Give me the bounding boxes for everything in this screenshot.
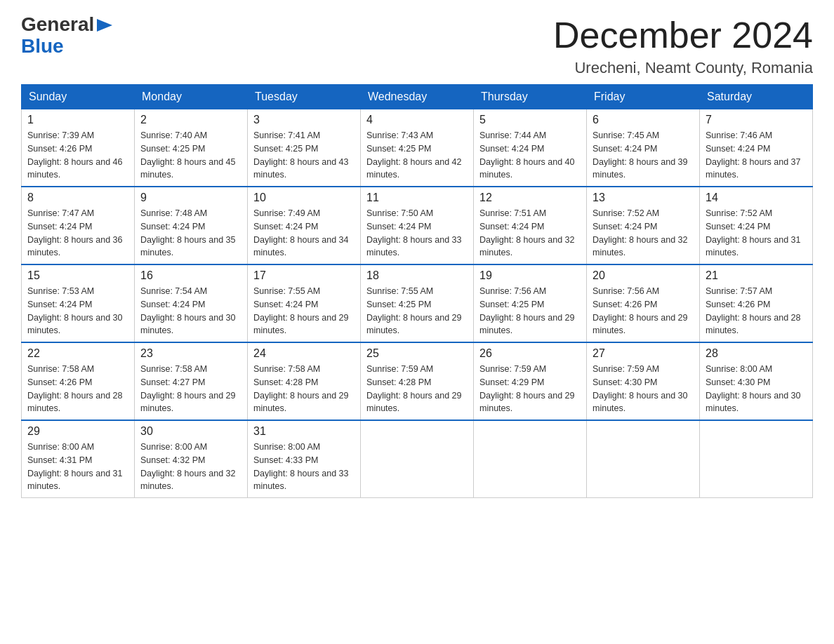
calendar-week-row: 29 Sunrise: 8:00 AMSunset: 4:31 PMDaylig… xyxy=(22,420,813,498)
calendar-week-row: 1 Sunrise: 7:39 AMSunset: 4:26 PMDayligh… xyxy=(22,109,813,187)
calendar-week-row: 8 Sunrise: 7:47 AMSunset: 4:24 PMDayligh… xyxy=(22,187,813,264)
logo-triangle-icon xyxy=(97,19,112,32)
day-number: 27 xyxy=(593,347,694,360)
weekday-header-row: SundayMondayTuesdayWednesdayThursdayFrid… xyxy=(22,85,813,109)
day-info: Sunrise: 7:59 AMSunset: 4:30 PMDaylight:… xyxy=(593,363,694,415)
calendar-cell xyxy=(474,420,587,498)
day-number: 9 xyxy=(140,192,241,204)
calendar-week-row: 15 Sunrise: 7:53 AMSunset: 4:24 PMDaylig… xyxy=(22,264,813,342)
day-number: 18 xyxy=(366,269,468,282)
day-number: 23 xyxy=(140,347,241,360)
day-info: Sunrise: 7:57 AMSunset: 4:26 PMDaylight:… xyxy=(706,285,807,337)
weekday-header-wednesday: Wednesday xyxy=(361,85,474,109)
day-number: 28 xyxy=(706,347,807,360)
calendar-cell: 31 Sunrise: 8:00 AMSunset: 4:33 PMDaylig… xyxy=(248,420,361,498)
day-info: Sunrise: 7:44 AMSunset: 4:24 PMDaylight:… xyxy=(479,129,581,182)
day-info: Sunrise: 7:48 AMSunset: 4:24 PMDaylight:… xyxy=(140,207,241,260)
day-info: Sunrise: 7:55 AMSunset: 4:25 PMDaylight:… xyxy=(366,285,468,337)
calendar-cell: 16 Sunrise: 7:54 AMSunset: 4:24 PMDaylig… xyxy=(135,264,248,342)
day-number: 30 xyxy=(140,425,241,438)
day-number: 22 xyxy=(27,347,128,360)
calendar-cell: 19 Sunrise: 7:56 AMSunset: 4:25 PMDaylig… xyxy=(474,264,587,342)
day-number: 19 xyxy=(479,269,581,282)
page-header: General Blue December 2024 Urecheni, Nea… xyxy=(21,14,813,77)
day-number: 10 xyxy=(253,192,355,204)
calendar-cell: 6 Sunrise: 7:45 AMSunset: 4:24 PMDayligh… xyxy=(587,109,700,187)
day-number: 14 xyxy=(706,192,807,204)
day-number: 21 xyxy=(706,269,807,282)
day-number: 13 xyxy=(593,192,694,204)
calendar-cell xyxy=(700,420,813,498)
calendar-cell: 15 Sunrise: 7:53 AMSunset: 4:24 PMDaylig… xyxy=(22,264,135,342)
calendar-cell: 13 Sunrise: 7:52 AMSunset: 4:24 PMDaylig… xyxy=(587,187,700,264)
weekday-header-sunday: Sunday xyxy=(22,85,135,109)
calendar-cell: 9 Sunrise: 7:48 AMSunset: 4:24 PMDayligh… xyxy=(135,187,248,264)
calendar-cell: 23 Sunrise: 7:58 AMSunset: 4:27 PMDaylig… xyxy=(135,342,248,420)
weekday-header-saturday: Saturday xyxy=(700,85,813,109)
logo: General Blue xyxy=(21,14,112,58)
calendar-cell: 18 Sunrise: 7:55 AMSunset: 4:25 PMDaylig… xyxy=(361,264,474,342)
calendar-cell: 17 Sunrise: 7:55 AMSunset: 4:24 PMDaylig… xyxy=(248,264,361,342)
day-info: Sunrise: 7:50 AMSunset: 4:24 PMDaylight:… xyxy=(366,207,468,260)
logo-blue: Blue xyxy=(21,35,64,57)
calendar-cell: 28 Sunrise: 8:00 AMSunset: 4:30 PMDaylig… xyxy=(700,342,813,420)
calendar-cell: 1 Sunrise: 7:39 AMSunset: 4:26 PMDayligh… xyxy=(22,109,135,187)
day-info: Sunrise: 7:55 AMSunset: 4:24 PMDaylight:… xyxy=(253,285,355,337)
title-section: December 2024 Urecheni, Neamt County, Ro… xyxy=(553,14,813,77)
calendar-cell: 7 Sunrise: 7:46 AMSunset: 4:24 PMDayligh… xyxy=(700,109,813,187)
day-info: Sunrise: 7:40 AMSunset: 4:25 PMDaylight:… xyxy=(140,129,241,182)
day-number: 11 xyxy=(366,192,468,204)
day-number: 4 xyxy=(366,114,468,126)
calendar-cell: 26 Sunrise: 7:59 AMSunset: 4:29 PMDaylig… xyxy=(474,342,587,420)
calendar-cell: 3 Sunrise: 7:41 AMSunset: 4:25 PMDayligh… xyxy=(248,109,361,187)
calendar-cell: 12 Sunrise: 7:51 AMSunset: 4:24 PMDaylig… xyxy=(474,187,587,264)
svg-marker-0 xyxy=(97,19,112,32)
month-title: December 2024 xyxy=(553,14,813,56)
day-number: 26 xyxy=(479,347,581,360)
day-number: 5 xyxy=(479,114,581,126)
calendar-cell: 27 Sunrise: 7:59 AMSunset: 4:30 PMDaylig… xyxy=(587,342,700,420)
day-number: 31 xyxy=(253,425,355,438)
weekday-header-thursday: Thursday xyxy=(474,85,587,109)
calendar-cell: 11 Sunrise: 7:50 AMSunset: 4:24 PMDaylig… xyxy=(361,187,474,264)
day-number: 1 xyxy=(27,114,128,126)
calendar-cell: 29 Sunrise: 8:00 AMSunset: 4:31 PMDaylig… xyxy=(22,420,135,498)
day-number: 20 xyxy=(593,269,694,282)
day-info: Sunrise: 7:59 AMSunset: 4:28 PMDaylight:… xyxy=(366,363,468,415)
day-number: 17 xyxy=(253,269,355,282)
day-number: 12 xyxy=(479,192,581,204)
day-info: Sunrise: 7:45 AMSunset: 4:24 PMDaylight:… xyxy=(593,129,694,182)
day-number: 6 xyxy=(593,114,694,126)
logo-general: General xyxy=(21,14,94,36)
calendar-cell: 2 Sunrise: 7:40 AMSunset: 4:25 PMDayligh… xyxy=(135,109,248,187)
day-info: Sunrise: 7:41 AMSunset: 4:25 PMDaylight:… xyxy=(253,129,355,182)
day-info: Sunrise: 7:56 AMSunset: 4:26 PMDaylight:… xyxy=(593,285,694,337)
day-info: Sunrise: 7:56 AMSunset: 4:25 PMDaylight:… xyxy=(479,285,581,337)
calendar-cell: 25 Sunrise: 7:59 AMSunset: 4:28 PMDaylig… xyxy=(361,342,474,420)
day-info: Sunrise: 8:00 AMSunset: 4:30 PMDaylight:… xyxy=(706,363,807,415)
day-info: Sunrise: 7:52 AMSunset: 4:24 PMDaylight:… xyxy=(706,207,807,260)
day-info: Sunrise: 8:00 AMSunset: 4:31 PMDaylight:… xyxy=(27,441,128,493)
calendar-cell: 21 Sunrise: 7:57 AMSunset: 4:26 PMDaylig… xyxy=(700,264,813,342)
calendar-cell: 20 Sunrise: 7:56 AMSunset: 4:26 PMDaylig… xyxy=(587,264,700,342)
day-number: 2 xyxy=(140,114,241,126)
day-number: 16 xyxy=(140,269,241,282)
day-info: Sunrise: 8:00 AMSunset: 4:32 PMDaylight:… xyxy=(140,441,241,493)
day-info: Sunrise: 7:58 AMSunset: 4:27 PMDaylight:… xyxy=(140,363,241,415)
calendar-cell: 14 Sunrise: 7:52 AMSunset: 4:24 PMDaylig… xyxy=(700,187,813,264)
day-number: 15 xyxy=(27,269,128,282)
day-info: Sunrise: 7:47 AMSunset: 4:24 PMDaylight:… xyxy=(27,207,128,260)
day-number: 7 xyxy=(706,114,807,126)
day-info: Sunrise: 7:49 AMSunset: 4:24 PMDaylight:… xyxy=(253,207,355,260)
day-number: 24 xyxy=(253,347,355,360)
location-title: Urecheni, Neamt County, Romania xyxy=(553,59,813,77)
day-info: Sunrise: 7:43 AMSunset: 4:25 PMDaylight:… xyxy=(366,129,468,182)
day-info: Sunrise: 7:58 AMSunset: 4:28 PMDaylight:… xyxy=(253,363,355,415)
day-number: 3 xyxy=(253,114,355,126)
weekday-header-friday: Friday xyxy=(587,85,700,109)
calendar-week-row: 22 Sunrise: 7:58 AMSunset: 4:26 PMDaylig… xyxy=(22,342,813,420)
day-info: Sunrise: 7:39 AMSunset: 4:26 PMDaylight:… xyxy=(27,129,128,182)
calendar-cell: 22 Sunrise: 7:58 AMSunset: 4:26 PMDaylig… xyxy=(22,342,135,420)
day-info: Sunrise: 7:54 AMSunset: 4:24 PMDaylight:… xyxy=(140,285,241,337)
day-info: Sunrise: 8:00 AMSunset: 4:33 PMDaylight:… xyxy=(253,441,355,493)
